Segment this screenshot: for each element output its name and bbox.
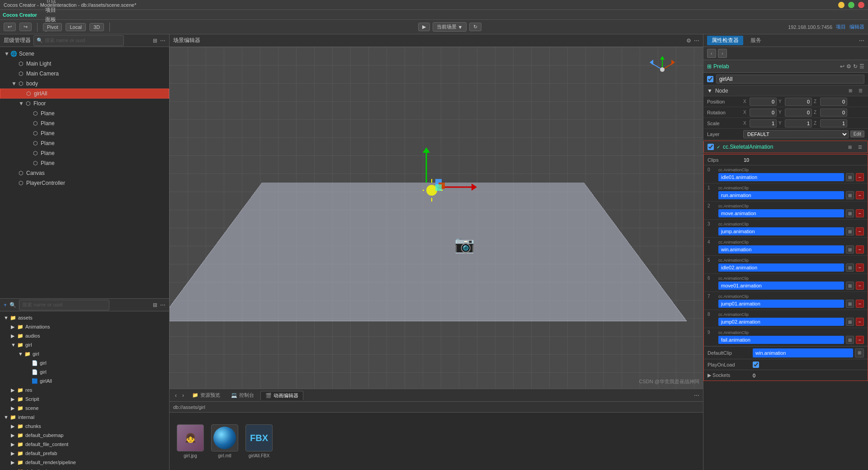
inspector-tab-service[interactable]: 服务 [746, 36, 766, 45]
hierarchy-tree-item-12[interactable]: ⬡Canvas [0, 168, 169, 178]
asset-tree-item-13[interactable]: ▶📁default_cubemap [0, 431, 169, 440]
node-active-checkbox[interactable] [707, 76, 713, 82]
scale-z-input[interactable] [820, 119, 847, 127]
hierarchy-tree-item-9[interactable]: ⬡Plane [0, 138, 169, 148]
more-icon[interactable]: ⋯ [160, 38, 165, 44]
component-icon2[interactable]: ☰ [856, 143, 864, 151]
clip-del-btn-6[interactable]: − [856, 282, 864, 290]
pivot-button[interactable]: Pivot [43, 23, 62, 31]
expand-icon[interactable]: ⊞ [153, 38, 157, 44]
scene-settings-icon[interactable]: ⚙ [686, 38, 691, 44]
asset-tree-item-17[interactable]: ▶📁default_ui [0, 467, 169, 470]
prelab-btn4[interactable]: ☰ [859, 63, 864, 70]
node-name-input[interactable] [716, 75, 864, 84]
clip-name-input-0[interactable] [718, 173, 844, 181]
asset-tree-item-4[interactable]: ▼📁girl [0, 349, 169, 358]
clip-del-btn-7[interactable]: − [856, 300, 864, 308]
tab-animation-editor[interactable]: 🎬 动画编辑器 [260, 391, 303, 400]
prelab-btn2[interactable]: ⚙ [846, 63, 851, 70]
clip-link-btn-6[interactable]: ⊞ [846, 282, 854, 290]
hierarchy-tree-item-13[interactable]: ⬡PlayerController [0, 178, 169, 188]
clip-name-input-8[interactable] [718, 318, 844, 326]
asset-tree-item-11[interactable]: ▼📁internal [0, 413, 169, 422]
tab-assets-preview[interactable]: 📁 资源预览 [188, 391, 225, 400]
default-clip-input[interactable] [753, 348, 853, 357]
node-section-icon1[interactable]: ⊞ [846, 87, 854, 95]
asset-tree-item-15[interactable]: ▶📁default_prefab [0, 449, 169, 458]
rotation-z-input[interactable] [820, 108, 847, 117]
inspector-more-icon[interactable]: ⋯ [859, 38, 864, 44]
asset-tree-item-16[interactable]: ▶📁default_render/pipeline [0, 458, 169, 467]
prelab-btn3[interactable]: ↻ [853, 63, 858, 70]
clip-link-btn-5[interactable]: ⊞ [846, 263, 854, 272]
tab-console[interactable]: 💻 控制台 [226, 391, 259, 400]
hierarchy-tree-item-4[interactable]: ⬡girlAll [0, 89, 169, 99]
editor-link[interactable]: 编辑器 [849, 24, 864, 30]
nav-back-btn[interactable]: ‹ [707, 49, 716, 58]
clip-del-btn-0[interactable]: − [856, 173, 864, 181]
menu-item-节点[interactable]: 节点 [42, 0, 65, 5]
asset-girlall-fbx-thumb[interactable]: FBX [245, 424, 273, 451]
clip-del-btn-5[interactable]: − [856, 263, 864, 272]
nav-forward-btn[interactable]: › [718, 49, 727, 58]
rotation-y-input[interactable] [785, 108, 812, 117]
asset-tree-item-8[interactable]: ▶📁res [0, 385, 169, 395]
clip-name-input-9[interactable] [718, 336, 844, 344]
clip-link-btn-7[interactable]: ⊞ [846, 300, 854, 308]
position-z-input[interactable] [820, 98, 847, 106]
bottom-more-icon[interactable]: ⋯ [694, 392, 699, 399]
close-button[interactable] [858, 2, 864, 8]
assets-expand-icon[interactable]: ⊞ [153, 302, 157, 308]
nav-next[interactable]: › [180, 392, 186, 399]
clip-link-btn-2[interactable]: ⊞ [846, 209, 854, 217]
scale-y-input[interactable] [785, 119, 812, 127]
asset-search[interactable]: 搜索 name or uuid [19, 300, 109, 310]
hierarchy-tree-item-0[interactable]: ▼🌐Scene [0, 49, 169, 59]
clip-name-input-3[interactable] [718, 227, 844, 235]
scene-selector[interactable]: 当前场景 ▼ [433, 22, 467, 32]
clip-del-btn-1[interactable]: − [856, 191, 864, 199]
menu-item-项目[interactable]: 项目 [42, 5, 65, 15]
clip-del-btn-3[interactable]: − [856, 227, 864, 235]
asset-tree-item-6[interactable]: 📄girl [0, 367, 169, 376]
asset-girl-mtl-thumb[interactable] [211, 424, 238, 451]
redo-button[interactable]: ↪ [19, 23, 32, 31]
asset-tree-item-2[interactable]: ▶📁audios [0, 331, 169, 340]
hierarchy-tree-item-2[interactable]: ⬡Main Camera [0, 69, 169, 79]
position-y-input[interactable] [785, 98, 812, 106]
prelab-btn1[interactable]: ↩ [840, 63, 844, 70]
clip-del-btn-9[interactable]: − [856, 336, 864, 344]
asset-tree-item-7[interactable]: 🟦girlAll [0, 376, 169, 385]
inspector-tab-properties[interactable]: 属性检查器 [707, 36, 743, 45]
maximize-button[interactable] [848, 2, 854, 8]
refresh-button[interactable]: ↻ [469, 23, 481, 31]
assets-more-icon[interactable]: ⋯ [160, 302, 165, 308]
hierarchy-tree-item-6[interactable]: ⬡Plane [0, 108, 169, 118]
hierarchy-tree-item-11[interactable]: ⬡Plane [0, 158, 169, 168]
node-section-header[interactable]: ▼ Node ⊞ ☰ [703, 85, 868, 96]
rotation-x-input[interactable] [750, 108, 777, 117]
clip-name-input-4[interactable] [718, 245, 844, 254]
clip-name-input-1[interactable] [718, 191, 844, 199]
asset-tree-item-3[interactable]: ▼📁girl [0, 340, 169, 349]
skeletal-animation-header[interactable]: ✓ cc.SkeletalAnimation ⊞ ☰ [703, 141, 868, 153]
position-x-input[interactable] [750, 98, 777, 106]
clip-name-input-6[interactable] [718, 282, 844, 290]
default-clip-link-btn[interactable]: ⊞ [855, 348, 864, 357]
clip-link-btn-3[interactable]: ⊞ [846, 227, 854, 235]
play-on-load-checkbox[interactable] [753, 362, 759, 368]
hierarchy-search[interactable]: 🔍 搜索 name or uuid [33, 35, 124, 46]
asset-girl-jpg-thumb[interactable]: 👧 [177, 424, 204, 451]
layer-select[interactable]: DEFAULT [743, 130, 849, 138]
hierarchy-tree-item-5[interactable]: ▼⬡Floor [0, 99, 169, 108]
clip-name-input-5[interactable] [718, 263, 844, 272]
play-button[interactable]: ▶ [418, 23, 430, 31]
asset-tree-item-14[interactable]: ▶📁default_file_content [0, 440, 169, 449]
hierarchy-tree-item-3[interactable]: ▼⬡body [0, 79, 169, 89]
asset-tree-item-0[interactable]: ▼📁assets [0, 313, 169, 322]
local-button[interactable]: Local [66, 23, 85, 31]
nav-prev[interactable]: ‹ [173, 392, 179, 399]
add-asset-btn[interactable]: + [4, 302, 7, 308]
hierarchy-tree-item-7[interactable]: ⬡Plane [0, 118, 169, 128]
clip-del-btn-2[interactable]: − [856, 209, 864, 217]
